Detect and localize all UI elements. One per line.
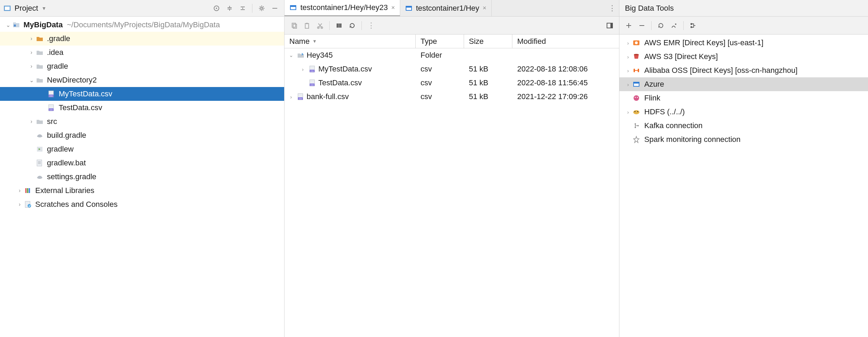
bdt-tree-view-icon[interactable] — [687, 20, 699, 31]
tree-item-label: TestData.csv — [59, 103, 102, 112]
bdt-row[interactable]: ›AWS EMR [Direct Keys] [us-east-1] — [619, 36, 868, 50]
chevron-icon[interactable]: › — [28, 63, 35, 69]
file-modified: 2022-08-18 12:08:06 — [512, 65, 619, 74]
project-tree-row[interactable]: gradlew.bat — [0, 156, 284, 170]
project-tree-row[interactable]: ›External Libraries — [0, 184, 284, 198]
project-tree-row[interactable]: gradlew — [0, 142, 284, 156]
chevron-icon[interactable]: › — [28, 49, 35, 56]
panel-layout-icon[interactable] — [604, 20, 616, 31]
locate-icon[interactable] — [211, 2, 222, 14]
svg-rect-50 — [691, 23, 692, 25]
editor-tab[interactable]: testcontainer1/Hey× — [400, 0, 492, 16]
svg-rect-51 — [691, 26, 692, 28]
svg-rect-18 — [27, 188, 28, 193]
svg-rect-24 — [291, 6, 296, 7]
svg-rect-36 — [340, 23, 341, 28]
project-tree-row[interactable]: csvTestData.csv — [0, 101, 284, 115]
folder-gray-icon — [35, 117, 44, 126]
chevron-icon[interactable]: › — [28, 118, 35, 125]
bdt-row[interactable]: Spark monitoring connection — [619, 133, 868, 146]
bdt-refresh-icon[interactable] — [655, 20, 667, 31]
project-tree-row[interactable]: ›gradle — [0, 59, 284, 73]
chevron-icon[interactable]: ⌄ — [287, 52, 295, 58]
file-size: 51 kB — [464, 65, 512, 74]
chevron-icon[interactable]: › — [624, 40, 632, 46]
csv-icon: csv — [296, 92, 305, 101]
project-root-path: ~/Documents/MyProjects/BigData/MyBigData — [67, 20, 220, 29]
bdt-row[interactable]: ›Alibaba OSS [Direct Keys] [oss-cn-hangz… — [619, 64, 868, 77]
project-dropdown-icon[interactable]: ▼ — [41, 6, 46, 11]
gradle-icon — [35, 131, 44, 140]
columns-icon[interactable] — [333, 20, 345, 31]
paste-icon[interactable] — [301, 20, 313, 31]
more-actions-icon[interactable]: ⋮ — [365, 20, 377, 31]
project-tree-row[interactable]: csvMyTestData.csv — [0, 87, 284, 101]
alibaba-icon — [632, 66, 641, 75]
copy-icon[interactable] — [288, 20, 300, 31]
csv-icon: csv — [308, 65, 317, 74]
project-tree-row[interactable]: ›src — [0, 115, 284, 128]
file-modified: 2022-08-18 11:56:45 — [512, 78, 619, 87]
remove-icon[interactable] — [636, 20, 648, 31]
gradle-icon — [35, 172, 44, 181]
bdt-tree[interactable]: ›AWS EMR [Direct Keys] [us-east-1]›AWS S… — [619, 35, 868, 337]
bdt-row[interactable]: ›HDFS (../../) — [619, 105, 868, 119]
bdt-item-label: HDFS (../../) — [644, 107, 685, 116]
col-modified[interactable]: Modified — [512, 35, 619, 48]
svg-point-64 — [637, 111, 638, 112]
chevron-down-icon[interactable]: ⌄ — [4, 22, 12, 28]
bdt-settings-icon[interactable] — [668, 20, 680, 31]
file-type: csv — [416, 92, 464, 101]
tree-item-label: gradle — [47, 62, 68, 71]
chevron-icon[interactable]: › — [624, 109, 632, 115]
col-size[interactable]: Size — [464, 35, 512, 48]
collapse-all-icon[interactable] — [237, 2, 249, 14]
bdt-item-label: Kafka connection — [644, 121, 703, 130]
chevron-icon[interactable]: › — [624, 81, 632, 87]
bdt-row[interactable]: ›Azure — [619, 77, 868, 91]
chevron-icon[interactable]: › — [287, 94, 295, 100]
file-table-header[interactable]: Name▼ Type Size Modified — [284, 35, 619, 48]
chevron-icon[interactable]: › — [624, 54, 632, 60]
project-root-row[interactable]: ⌄ MyBigData ~/Documents/MyProjects/BigDa… — [0, 18, 284, 32]
file-table-row[interactable]: csvTestData.csvcsv51 kB2022-08-18 11:56:… — [284, 76, 619, 90]
project-tree[interactable]: ⌄ MyBigData ~/Documents/MyProjects/BigDa… — [0, 17, 284, 337]
file-table[interactable]: Name▼ Type Size Modified ⌄Hey345Folder›c… — [284, 35, 619, 337]
svg-rect-17 — [25, 188, 27, 193]
project-tree-row[interactable]: ›Scratches and Consoles — [0, 198, 284, 211]
col-type[interactable]: Type — [416, 35, 464, 48]
hdfs-icon — [632, 107, 641, 116]
chevron-icon[interactable]: › — [16, 187, 23, 194]
project-tree-row[interactable]: build.gradle — [0, 128, 284, 142]
add-icon[interactable] — [623, 20, 635, 31]
bdt-row[interactable]: Flink — [619, 91, 868, 105]
chevron-icon[interactable]: › — [299, 66, 307, 72]
bdt-row[interactable]: Kafka connection — [619, 119, 868, 133]
settings-icon[interactable] — [256, 2, 268, 14]
svg-rect-31 — [306, 23, 308, 24]
bdt-title: Big Data Tools — [623, 4, 676, 13]
file-table-row[interactable]: ›csvMyTestData.csvcsv51 kB2022-08-18 12:… — [284, 62, 619, 76]
editor-tab[interactable]: testcontainer1/Hey/Hey23× — [284, 0, 400, 16]
chevron-icon[interactable]: ⌄ — [28, 77, 35, 84]
project-tree-row[interactable]: ›.idea — [0, 46, 284, 59]
close-icon[interactable]: × — [391, 4, 395, 11]
project-tree-row[interactable]: ›.gradle — [0, 32, 284, 46]
project-panel-title[interactable]: Project — [12, 4, 40, 13]
file-table-row[interactable]: ⌄Hey345Folder — [284, 48, 619, 62]
tabs-more-icon[interactable]: ⋮ — [605, 0, 619, 16]
project-tree-row[interactable]: ⌄NewDirectory2 — [0, 73, 284, 87]
file-table-row[interactable]: ›csvbank-full.csvcsv51 kB2021-12-22 17:0… — [284, 90, 619, 104]
bdt-row[interactable]: ›AWS S3 [Direct Keys] — [619, 50, 868, 64]
chevron-icon[interactable]: › — [16, 201, 23, 208]
cut-icon[interactable] — [314, 20, 326, 31]
close-icon[interactable]: × — [483, 4, 486, 12]
chevron-icon[interactable]: › — [28, 36, 35, 42]
chevron-icon[interactable]: › — [624, 68, 632, 74]
refresh-icon[interactable] — [346, 20, 358, 31]
project-tree-row[interactable]: settings.gradle — [0, 170, 284, 184]
tree-item-label: src — [47, 117, 57, 126]
col-name[interactable]: Name▼ — [284, 35, 416, 48]
hide-icon[interactable] — [269, 2, 281, 14]
expand-all-icon[interactable] — [224, 2, 235, 14]
